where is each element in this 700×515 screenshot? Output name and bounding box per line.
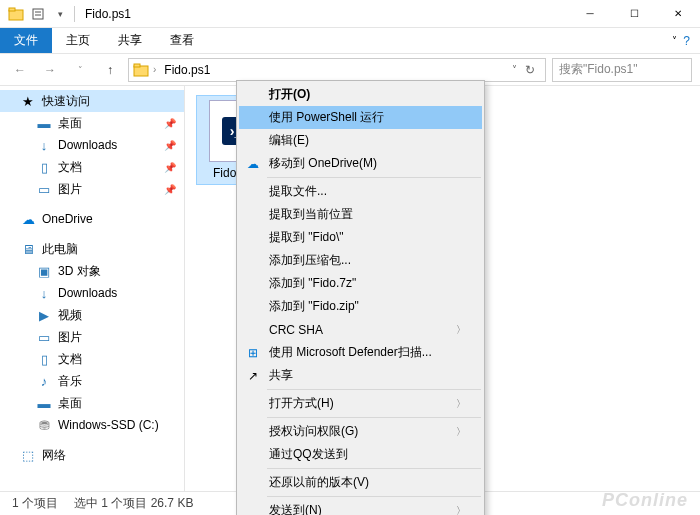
ctx-share[interactable]: ↗共享 [239,364,482,387]
tab-home[interactable]: 主页 [52,28,104,53]
separator [267,496,481,497]
pc-icon: 🖥 [20,241,36,257]
ctx-open-with[interactable]: 打开方式(H)〉 [239,392,482,415]
cloud-icon: ☁ [20,211,36,227]
chevron-right-icon: 〉 [456,504,466,516]
sidebar-item-desktop2[interactable]: ▬桌面 [0,392,184,414]
separator [267,417,481,418]
drive-icon: ⛃ [36,417,52,433]
ctx-extract-to[interactable]: 提取到 "Fido\" [239,226,482,249]
minimize-button[interactable]: ─ [568,0,612,28]
refresh-button[interactable]: ↻ [525,63,535,77]
ctx-qq-send[interactable]: 通过QQ发送到 [239,443,482,466]
back-button[interactable]: ← [8,58,32,82]
ctx-edit[interactable]: 编辑(E) [239,129,482,152]
desktop-icon: ▬ [36,115,52,131]
document-icon: ▯ [36,159,52,175]
sidebar-item-downloads[interactable]: ↓Downloads📌 [0,134,184,156]
cloud-icon: ☁ [245,156,261,172]
ctx-extract-here[interactable]: 提取到当前位置 [239,203,482,226]
share-icon: ↗ [245,368,261,384]
document-icon: ▯ [36,351,52,367]
separator-icon: › [153,64,156,75]
recent-button[interactable]: ˅ [68,58,92,82]
sidebar-item-music[interactable]: ♪音乐 [0,370,184,392]
sidebar-item-3d[interactable]: ▣3D 对象 [0,260,184,282]
sidebar-item-quick[interactable]: ★快速访问 [0,90,184,112]
sidebar-item-documents[interactable]: ▯文档📌 [0,156,184,178]
svg-rect-2 [33,9,43,19]
sidebar: ★快速访问 ▬桌面📌 ↓Downloads📌 ▯文档📌 ▭图片📌 ☁OneDri… [0,86,185,491]
pin-icon: 📌 [164,162,176,173]
window-title: Fido.ps1 [85,7,131,21]
tab-view[interactable]: 查看 [156,28,208,53]
ribbon: 文件 主页 共享 查看 ˅? [0,28,700,54]
ctx-restore[interactable]: 还原以前的版本(V) [239,471,482,494]
chevron-right-icon: 〉 [456,425,466,439]
svg-rect-6 [134,64,140,67]
selection-info: 选中 1 个项目 26.7 KB [74,495,193,512]
network-icon: ⬚ [20,447,36,463]
search-input[interactable]: 搜索"Fido.ps1" [552,58,692,82]
video-icon: ▶ [36,307,52,323]
sidebar-item-desktop[interactable]: ▬桌面📌 [0,112,184,134]
titlebar: ▾ Fido.ps1 ─ ☐ ✕ [0,0,700,28]
props-icon[interactable] [30,6,46,22]
picture-icon: ▭ [36,181,52,197]
folder-icon [8,6,24,22]
picture-icon: ▭ [36,329,52,345]
svg-rect-1 [9,8,15,11]
sidebar-item-drive-c[interactable]: ⛃Windows-SSD (C:) [0,414,184,436]
pin-icon: 📌 [164,140,176,151]
address-box[interactable]: › Fido.ps1 ˅ ↻ [128,58,546,82]
context-menu: 打开(O) 使用 PowerShell 运行 编辑(E) ☁移动到 OneDri… [236,80,485,515]
download-icon: ↓ [36,285,52,301]
separator [267,468,481,469]
sidebar-item-onedrive[interactable]: ☁OneDrive [0,208,184,230]
search-placeholder: 搜索"Fido.ps1" [559,61,638,78]
sidebar-item-documents2[interactable]: ▯文档 [0,348,184,370]
cube-icon: ▣ [36,263,52,279]
item-count: 1 个项目 [12,495,58,512]
sidebar-item-pictures[interactable]: ▭图片📌 [0,178,184,200]
ctx-defender[interactable]: ⊞使用 Microsoft Defender扫描... [239,341,482,364]
tab-share[interactable]: 共享 [104,28,156,53]
ctx-extract-files[interactable]: 提取文件... [239,180,482,203]
pin-icon: 📌 [164,118,176,129]
sidebar-item-pictures2[interactable]: ▭图片 [0,326,184,348]
ctx-run-powershell[interactable]: 使用 PowerShell 运行 [239,106,482,129]
shield-icon: ⊞ [245,345,261,361]
dropdown-icon[interactable]: ˅ [512,64,517,75]
star-icon: ★ [20,93,36,109]
separator [267,177,481,178]
ctx-open[interactable]: 打开(O) [239,83,482,106]
breadcrumb[interactable]: Fido.ps1 [160,63,214,77]
tab-file[interactable]: 文件 [0,28,52,53]
sidebar-item-network[interactable]: ⬚网络 [0,444,184,466]
folder-icon [133,62,149,78]
forward-button[interactable]: → [38,58,62,82]
chevron-right-icon: 〉 [456,323,466,337]
sidebar-item-videos[interactable]: ▶视频 [0,304,184,326]
quick-toolbar: ▾ [0,6,75,22]
dropdown-icon[interactable]: ▾ [52,6,68,22]
ctx-add-zip[interactable]: 添加到 "Fido.zip" [239,295,482,318]
music-icon: ♪ [36,373,52,389]
ctx-crc[interactable]: CRC SHA〉 [239,318,482,341]
ctx-move-onedrive[interactable]: ☁移动到 OneDrive(M) [239,152,482,175]
ctx-add-archive[interactable]: 添加到压缩包... [239,249,482,272]
maximize-button[interactable]: ☐ [612,0,656,28]
ctx-grant-access[interactable]: 授权访问权限(G)〉 [239,420,482,443]
close-button[interactable]: ✕ [656,0,700,28]
desktop-icon: ▬ [36,395,52,411]
ctx-send-to[interactable]: 发送到(N)〉 [239,499,482,515]
sidebar-item-downloads2[interactable]: ↓Downloads [0,282,184,304]
pin-icon: 📌 [164,184,176,195]
ctx-add-7z[interactable]: 添加到 "Fido.7z" [239,272,482,295]
sidebar-item-thispc[interactable]: 🖥此电脑 [0,238,184,260]
window-controls: ─ ☐ ✕ [568,0,700,28]
up-button[interactable]: ↑ [98,58,122,82]
ribbon-expand[interactable]: ˅? [662,28,700,53]
download-icon: ↓ [36,137,52,153]
watermark: PConline [602,490,688,511]
